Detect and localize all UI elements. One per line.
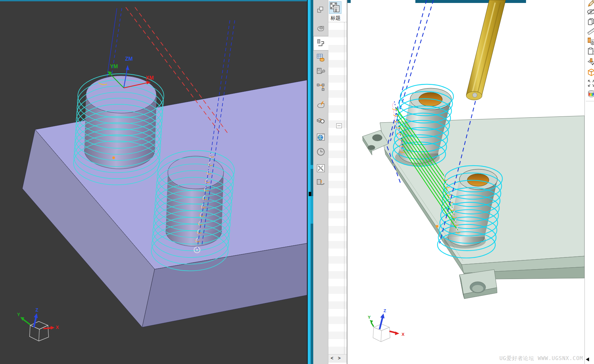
navigator-panel[interactable]: 标题 — < > [328,0,347,364]
divider-teal-strip [311,0,313,364]
start-point-marker[interactable] [112,156,115,159]
color-legend-icon[interactable] [587,89,594,98]
process-flow-icon[interactable] [316,82,326,92]
cam-inspect-icon[interactable] [316,115,326,125]
assembly-navigator-icon[interactable] [316,5,326,15]
bounding-body-icon[interactable] [587,68,594,77]
machine-configurator-icon[interactable] [316,177,326,187]
operation-navigator-icon[interactable] [316,38,326,48]
right-window-corner [347,0,351,3]
panel-prev-button[interactable]: < [331,355,333,361]
machine-tool-navigator-icon[interactable] [316,67,326,76]
mcs-y-label: YM [110,64,118,69]
left-viewport[interactable]: ZM YM XM Z Y X [0,0,307,364]
point-marker-orange [436,225,438,228]
panel-column-divider [344,22,344,354]
left-window-top-border [0,0,307,1]
clipboard-icon[interactable] [587,47,594,56]
left-triad-y-label: Y [17,312,20,317]
machining-feature-navigator-icon[interactable] [316,52,326,62]
left-triad-x-label: X [56,325,59,330]
mouse-cursor [585,357,590,362]
left-3d-scene[interactable]: ZM YM XM Z Y X [0,0,307,364]
tab-hole-partial [368,145,375,150]
history-icon[interactable] [316,147,326,157]
constraint-navigator-icon[interactable] [316,23,326,32]
divider-notch [309,192,311,196]
cam-setup-icon[interactable] [316,99,326,109]
toolbar-separator [586,101,594,101]
resource-bar[interactable] [313,0,328,364]
mcs-x-label: XM [146,75,154,81]
nx-cam-dual-view-screen: ZM YM XM Z Y X [0,0,594,364]
right-titlebar-strip [415,0,526,3]
watermark: UG爱好者论坛 WWW.UGSNX.COM [499,355,583,362]
panel-title-column-header[interactable]: 标题 [328,14,347,22]
right-triad-y-label: Y [368,315,371,320]
right-toolbar[interactable] [584,0,594,364]
panel-collapse-handle[interactable]: — [336,123,342,128]
copy-icon[interactable] [587,17,594,26]
window-divider[interactable] [307,0,313,364]
tab-hole [372,134,382,141]
divider-highlight [311,196,313,224]
hide-toggle-icon[interactable] [587,7,594,16]
fit-view-icon[interactable] [587,79,594,88]
mcs-z-label: ZM [125,56,133,62]
bore-1 [419,92,442,106]
right-viewport[interactable]: Z Y X UG爱好者论坛 WWW.UGSNX.COM [347,0,584,364]
right-triad-x-label: X [402,332,405,337]
web-browser-icon[interactable] [316,132,326,142]
left-triad-z-label: Z [35,307,38,313]
panel-pager: < > [328,354,347,363]
navigator-panel-icon[interactable] [329,1,341,14]
divider-highlight-small [311,165,313,169]
tool-tip-point [473,93,477,97]
right-triad-z-label: Z [384,308,386,313]
verify-toolpath-icon[interactable] [587,57,594,66]
measure-ruler-icon[interactable] [587,27,594,36]
divider-cyan-strip [308,0,311,364]
create-tool-icon[interactable] [587,37,594,46]
edit-pencil-icon[interactable] [587,0,594,8]
panel-next-button[interactable]: > [338,355,341,361]
right-3d-scene[interactable]: Z Y X [347,0,584,364]
tool-box-icon[interactable] [316,163,326,173]
